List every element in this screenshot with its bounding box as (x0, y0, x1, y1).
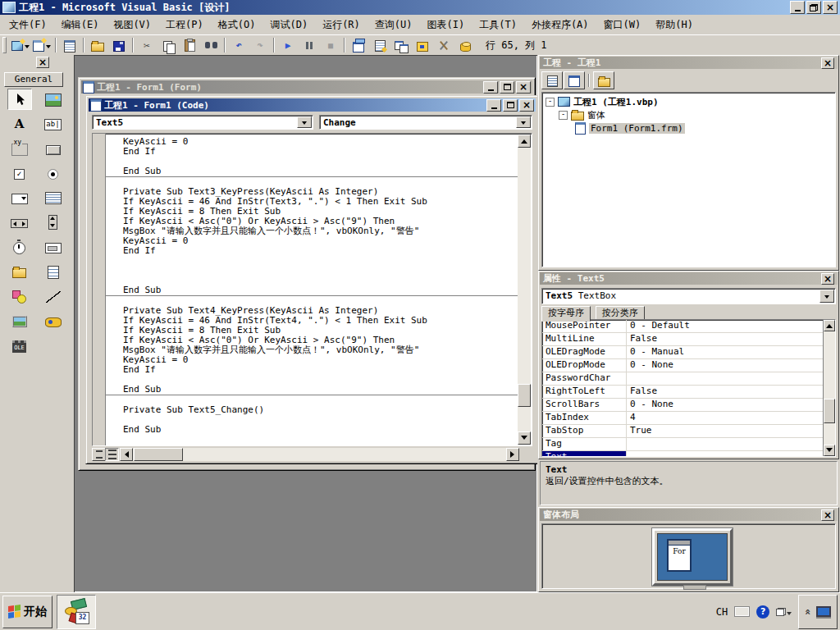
property-row-oledragmode[interactable]: OLEDragMode0 - Manual (542, 346, 824, 359)
tool-pointer[interactable] (7, 89, 32, 110)
tool-hscrollbar[interactable] (7, 212, 32, 233)
property-row-righttoleft[interactable]: RightToLeftFalse (542, 386, 824, 399)
undo-button[interactable]: ↶ (228, 36, 249, 54)
view-code-button[interactable] (541, 71, 563, 89)
tool-commandbutton[interactable] (41, 138, 66, 159)
scroll-down-button[interactable] (824, 445, 835, 456)
property-value[interactable]: 0 - Manual (627, 346, 824, 358)
toolbar-grip[interactable] (2, 37, 7, 53)
property-row-tag[interactable]: Tag (542, 438, 824, 451)
object-selector-dropdown[interactable]: Text5 TextBox (541, 288, 836, 304)
property-value[interactable] (627, 372, 824, 385)
scroll-up-button[interactable] (824, 320, 835, 331)
menu-item-10[interactable]: 外接程序(A) (524, 15, 596, 35)
scroll-up-button[interactable] (518, 135, 531, 148)
dropdown-button[interactable] (516, 116, 531, 128)
scrollbar-thumb[interactable] (134, 448, 183, 461)
properties-window-button[interactable] (369, 36, 390, 54)
tool-picturebox[interactable] (41, 89, 66, 110)
cut-button[interactable]: ✂ (136, 36, 158, 54)
property-value[interactable]: True (627, 425, 824, 437)
scrollbar-thumb[interactable] (824, 399, 835, 423)
tool-frame[interactable] (7, 138, 32, 159)
dropdown-button[interactable] (819, 290, 834, 303)
view-object-button[interactable] (564, 71, 585, 89)
property-value[interactable]: 0 - None (627, 359, 824, 372)
scroll-right-button[interactable] (506, 448, 519, 461)
property-value[interactable]: 0 - Default (627, 320, 824, 332)
full-module-view-button[interactable] (105, 448, 119, 461)
language-bar-options[interactable] (776, 605, 792, 618)
tool-image[interactable] (7, 310, 32, 331)
scroll-down-button[interactable] (518, 431, 531, 445)
tool-data[interactable] (41, 310, 66, 331)
minimize-button[interactable] (790, 1, 805, 14)
properties-close-button[interactable]: × (821, 273, 834, 285)
monitor-icon[interactable] (816, 606, 831, 617)
menu-item-3[interactable]: 工程(P) (158, 15, 211, 35)
tool-combobox[interactable] (7, 187, 32, 208)
property-value[interactable] (627, 451, 824, 457)
help-icon[interactable]: ? (756, 605, 769, 619)
minimize-button[interactable] (486, 99, 501, 112)
chevron-up-icon[interactable]: « (802, 609, 814, 615)
code-editor[interactable]: KeyAscii = 0End If End Sub Private Sub T… (92, 133, 532, 446)
object-dropdown[interactable]: Text5 (92, 115, 313, 130)
menu-item-11[interactable]: 窗口(W) (596, 15, 649, 35)
tool-listbox[interactable] (41, 187, 66, 208)
copy-button[interactable] (158, 36, 179, 54)
keyboard-icon[interactable] (734, 606, 750, 617)
property-row-passwordchar[interactable]: PasswordChar (542, 372, 824, 386)
toolbox-button[interactable] (433, 36, 454, 54)
scrollbar-thumb[interactable] (518, 384, 531, 407)
toolbox-close-button[interactable]: × (36, 57, 49, 68)
maximize-button[interactable] (503, 99, 518, 112)
open-button[interactable] (87, 36, 108, 54)
menu-item-9[interactable]: 工具(T) (472, 15, 524, 35)
close-button[interactable]: × (516, 81, 531, 94)
tool-shape[interactable] (7, 285, 32, 307)
form-layout-close-button[interactable]: × (821, 509, 834, 521)
tool-timer[interactable] (7, 236, 32, 258)
maximize-button[interactable] (500, 81, 514, 94)
collapse-icon[interactable]: - (546, 98, 555, 107)
menu-item-2[interactable]: 视图(V) (106, 15, 158, 35)
tree-item-project[interactable]: - 工程1 (工程1.vbp) (542, 95, 835, 108)
menu-item-5[interactable]: 调试(D) (262, 15, 315, 35)
property-row-text[interactable]: Text (542, 451, 824, 457)
tool-line[interactable] (41, 285, 66, 307)
tool-dirlistbox[interactable] (7, 261, 32, 282)
event-dropdown[interactable]: Change (319, 115, 532, 130)
property-row-tabindex[interactable]: TabIndex4 (542, 412, 824, 425)
tool-optionbutton[interactable] (41, 162, 66, 184)
code-horizontal-scrollbar[interactable] (120, 448, 519, 461)
properties-scrollbar[interactable] (823, 320, 835, 456)
procedure-view-button[interactable] (92, 448, 106, 461)
tab-alphabetic[interactable]: 按字母序 (541, 306, 591, 322)
menu-item-8[interactable]: 图表(I) (420, 15, 472, 35)
toolbox-tab-general[interactable]: General (4, 72, 63, 87)
dropdown-button[interactable] (297, 116, 312, 128)
end-button[interactable]: ■ (320, 36, 341, 54)
property-row-multiline[interactable]: MultiLineFalse (542, 333, 824, 346)
form-layout-button[interactable] (390, 36, 412, 54)
menu-editor-button[interactable] (59, 36, 80, 54)
vb-task-button[interactable]: 32 (57, 595, 96, 629)
code-vertical-scrollbar[interactable] (518, 135, 531, 445)
property-value[interactable]: 0 - None (627, 399, 824, 411)
find-button[interactable] (200, 36, 221, 54)
close-button[interactable]: × (823, 1, 838, 14)
tool-label[interactable]: A (7, 113, 32, 135)
code-text[interactable]: KeyAscii = 0End If End Sub Private Sub T… (106, 134, 518, 445)
minimize-button[interactable] (483, 81, 498, 94)
paste-button[interactable] (179, 36, 200, 54)
tree-item-forms-folder[interactable]: - 窗体 (542, 108, 835, 121)
property-row-scrollbars[interactable]: ScrollBars0 - None (542, 399, 824, 412)
menu-item-12[interactable]: 帮助(H) (648, 15, 701, 35)
property-row-tabstop[interactable]: TabStopTrue (542, 425, 824, 438)
property-value[interactable]: False (627, 333, 824, 345)
close-button[interactable]: × (519, 99, 534, 112)
property-value[interactable]: False (627, 386, 824, 398)
menu-item-1[interactable]: 编辑(E) (54, 15, 107, 35)
restore-button[interactable] (806, 1, 821, 14)
